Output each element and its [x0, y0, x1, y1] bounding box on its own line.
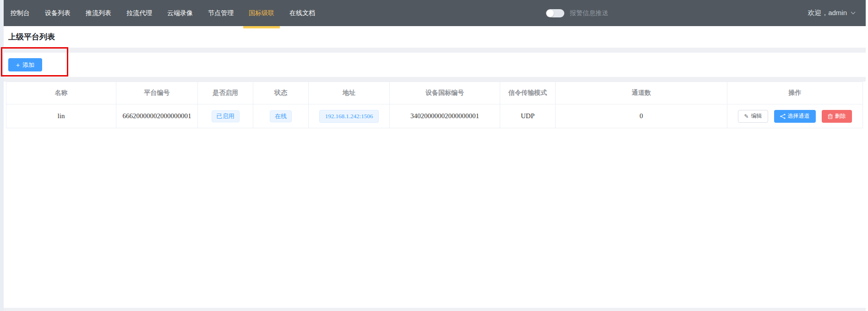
select-channel-button[interactable]: 选择通道: [774, 110, 816, 123]
section-divider: [4, 77, 866, 82]
share-icon: [780, 114, 786, 119]
alarm-push-toggle-group: 报警信息推送: [546, 0, 608, 26]
chevron-down-icon: [851, 11, 856, 15]
col-header-gb-device-id: 设备国标编号: [390, 82, 500, 104]
nav-item-label: 控制台: [11, 9, 30, 17]
cell-name: lin: [6, 104, 116, 128]
row-actions: ✎ 编辑 选择通道: [727, 110, 863, 123]
cell-address: 192.168.1.242:1506: [309, 104, 390, 128]
toolbar: + 添加: [4, 53, 866, 77]
table-row: lin 66620000002000000001 已启用 在线 192.168.…: [6, 104, 863, 128]
nav-item-online-docs[interactable]: 在线文档: [284, 0, 321, 26]
add-button-label: 添加: [22, 61, 34, 69]
nav-item-pull-proxy[interactable]: 拉流代理: [121, 0, 158, 26]
nav-item-console[interactable]: 控制台: [5, 0, 35, 26]
app-container: 控制台 设备列表 推流列表 拉流代理 云端录像 节点管理 国标级联 在线文档 报…: [4, 0, 866, 311]
col-header-status: 状态: [253, 82, 309, 104]
nav-item-push-list[interactable]: 推流列表: [80, 0, 117, 26]
col-header-address: 地址: [309, 82, 390, 104]
table-header-row: 名称 平台编号 是否启用 状态 地址 设备国标编号 信令传输模式 通道数 操作: [6, 82, 863, 104]
nav-item-label: 节点管理: [208, 9, 234, 17]
nav-item-gb-cascade-active[interactable]: 国标级联: [243, 0, 280, 26]
page-left-margin: [0, 0, 4, 311]
alarm-push-label: 报警信息推送: [570, 9, 608, 17]
add-button[interactable]: + 添加: [8, 58, 42, 71]
nav-item-label: 在线文档: [289, 9, 315, 17]
cell-platform-id: 66620000002000000001: [116, 104, 198, 128]
col-header-actions: 操作: [727, 82, 863, 104]
col-header-platform-id: 平台编号: [116, 82, 198, 104]
nav-item-label: 推流列表: [86, 9, 111, 17]
cell-signal-transport: UDP: [500, 104, 556, 128]
cell-gb-device-id: 34020000002000000001: [390, 104, 500, 128]
nav-item-label: 设备列表: [45, 9, 71, 17]
address-badge[interactable]: 192.168.1.242:1506: [319, 110, 379, 123]
edit-button[interactable]: ✎ 编辑: [738, 110, 768, 123]
welcome-text: 欢迎，admin: [808, 9, 847, 17]
edit-button-label: 编辑: [751, 112, 762, 120]
cell-enabled: 已启用: [198, 104, 253, 128]
edit-pencil-icon: ✎: [744, 113, 748, 120]
nav-item-cloud-record[interactable]: 云端录像: [162, 0, 198, 26]
col-header-name: 名称: [6, 82, 116, 104]
col-header-signal-transport: 信令传输模式: [500, 82, 556, 104]
cell-channel-count: 0: [556, 104, 727, 128]
delete-button[interactable]: 删除: [822, 110, 852, 123]
platform-table: 名称 平台编号 是否启用 状态 地址 设备国标编号 信令传输模式 通道数 操作 …: [6, 82, 863, 128]
platform-table-section: 名称 平台编号 是否启用 状态 地址 设备国标编号 信令传输模式 通道数 操作 …: [4, 82, 866, 308]
nav-item-label: 云端录像: [167, 9, 193, 17]
toggle-knob: [546, 10, 554, 17]
page-title: 上级平台列表: [8, 32, 55, 42]
page-header: 上级平台列表: [4, 26, 866, 48]
select-channel-label: 选择通道: [788, 112, 810, 120]
nav-item-device-list[interactable]: 设备列表: [39, 0, 76, 26]
page-bottom-margin: [4, 308, 866, 311]
nav-item-node-manage[interactable]: 节点管理: [202, 0, 239, 26]
cell-actions: ✎ 编辑 选择通道: [727, 104, 863, 128]
user-menu[interactable]: 欢迎，admin: [808, 9, 866, 17]
plus-icon: +: [16, 62, 20, 68]
delete-button-label: 删除: [835, 112, 846, 120]
trash-icon: [828, 114, 833, 119]
status-badge: 在线: [270, 110, 292, 122]
nav-item-label: 拉流代理: [126, 9, 152, 17]
top-navbar: 控制台 设备列表 推流列表 拉流代理 云端录像 节点管理 国标级联 在线文档 报…: [4, 0, 866, 26]
enabled-badge: 已启用: [212, 110, 240, 122]
col-header-channel-count: 通道数: [556, 82, 727, 104]
section-divider: [4, 48, 866, 53]
toggle-switch[interactable]: [546, 9, 564, 17]
cell-status: 在线: [253, 104, 309, 128]
col-header-enabled: 是否启用: [198, 82, 253, 104]
nav-item-label: 国标级联: [249, 9, 274, 17]
